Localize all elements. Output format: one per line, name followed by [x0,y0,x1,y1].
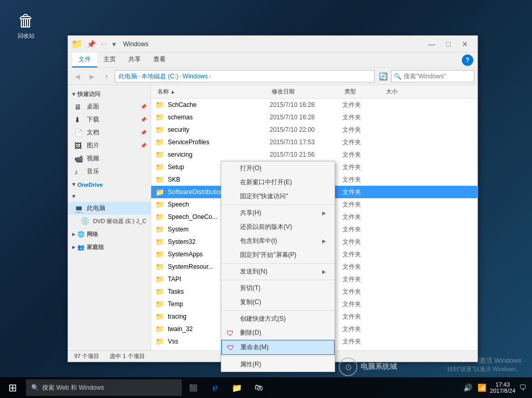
menu-item-label: 固定到"快速访问" [240,192,288,201]
sidebar-section-network[interactable]: ▸ 🌐 网络 [68,227,151,240]
context-menu-item-11[interactable]: 剪切(T) [221,281,335,295]
help-button[interactable]: ? [462,54,473,66]
taskbar-search[interactable]: 🔍 搜索 Web 和 Windows [26,379,182,396]
undo-icon[interactable]: ↩ [99,39,109,49]
folder-icon: 📁 [155,188,165,196]
speaker-icon[interactable]: 🔊 [462,383,474,392]
context-menu-item-4[interactable]: 共享(H)▶ [221,206,335,220]
recycle-bin-icon[interactable]: 🗑 回收站 [10,10,42,40]
col-header-type[interactable]: 类型 [342,88,384,95]
file-type: 文件夹 [342,138,384,147]
document-icon: 📄 [74,129,84,137]
breadcrumb-windows[interactable]: Windows [182,73,208,80]
col-header-date[interactable]: 修改日期 [270,88,342,95]
file-type: 文件夹 [342,163,384,172]
col-header-name[interactable]: 名称 ▲ [155,88,270,95]
context-menu-item-12[interactable]: 复制(C) [221,295,335,309]
network-icon[interactable]: 📶 [476,383,488,392]
table-row[interactable]: 📁 ServiceProfiles 2015/7/10 17:53 文件夹 [151,136,477,148]
sidebar-section-onedrive[interactable]: ▾OneDrive [68,178,151,190]
sidebar-item-desktop[interactable]: 🖥 桌面 📌 [68,100,151,113]
breadcrumb-c[interactable]: 本地磁盘 (C:) [141,72,178,81]
context-menu-rename[interactable]: 🛡 重命名(M) [221,340,335,355]
menu-item-label: 创建快捷方式(S) [240,314,286,323]
sidebar-section-thispc[interactable]: ▾ [68,190,151,202]
breadcrumb-pc[interactable]: 此电脑 [118,72,137,81]
folder-icon: 📁 [155,287,165,296]
file-name: SchCache [168,101,270,108]
context-menu-item-7[interactable]: 固定到"开始"屏幕(P) [221,248,335,262]
dvd-icon: 💿 [81,217,90,225]
context-menu-item-6[interactable]: 包含到库中(I)▶ [221,234,335,248]
sidebar-section-homegroup[interactable]: ▸ 👥 家庭组 [68,240,151,253]
sidebar-item-music[interactable]: ♪ 音乐 [68,165,151,178]
file-type: 文件夹 [342,325,384,334]
col-header-size[interactable]: 大小 [384,88,425,95]
file-date: 2015/7/10 16:28 [270,101,342,108]
menu-item-label: 属性(R) [240,360,261,369]
address-input[interactable]: 此电脑 › 本地磁盘 (C:) › Windows › [115,70,375,83]
tab-file[interactable]: 文件 [72,52,97,67]
ribbon: 文件 主页 共享 查看 ? [68,52,477,68]
rename-label: 重命名(M) [241,343,269,352]
corner-logo: ⊙ 电脑系统城 [339,358,397,376]
pin-icon: 📌 [140,117,147,122]
refresh-button[interactable]: 🔄 [377,70,389,83]
table-row[interactable]: 📁 servicing 2015/7/10 21:56 文件夹 [151,148,477,161]
sidebar-item-videos[interactable]: 📹 视频 [68,152,151,165]
edge-button[interactable]: ℯ [205,377,225,398]
menu-separator [221,356,335,356]
maximize-button[interactable]: □ [440,36,457,52]
close-button[interactable]: ✕ [457,36,473,52]
folder-icon: 📁 [155,337,165,346]
start-button[interactable]: ⊞ [0,377,25,398]
task-view-button[interactable]: ⬛ [183,377,204,398]
store-button[interactable]: 🛍 [248,377,269,398]
tab-view[interactable]: 查看 [147,52,172,67]
sidebar-item-downloads[interactable]: ⬇ 下载 📌 [68,113,151,126]
minimize-button[interactable]: — [423,36,440,52]
folder-icon: 📁 [155,126,165,134]
context-menu-item-18[interactable]: 属性(R) [221,358,335,372]
file-date: 2015/7/10 17:53 [270,139,342,146]
file-type: 文件夹 [342,238,384,246]
menu-item-label: 固定到"开始"屏幕(P) [240,251,297,259]
up-button[interactable]: ↑ [100,70,113,83]
window-controls: — □ ✕ [423,36,473,52]
table-row[interactable]: 📁 schemas 2015/7/10 16:28 文件夹 [151,111,477,123]
file-name: servicing [168,151,270,158]
search-icon: 🔍 [394,73,402,80]
sidebar-item-pictures[interactable]: 🖼 图片 📌 [68,139,151,152]
forward-button[interactable]: ▶ [86,70,98,83]
context-menu-item-9[interactable]: 发送到(N)▶ [221,265,335,279]
context-menu-item-0[interactable]: 打开(O) [221,161,335,175]
sidebar-item-dvd[interactable]: 💿 DVD 驱动器 (E:) J_C [68,215,151,227]
down-arrow-icon[interactable]: ▾ [110,39,118,49]
context-menu-item-1[interactable]: 在新窗口中打开(E) [221,175,335,189]
file-type: 文件夹 [342,150,384,159]
back-button[interactable]: ◀ [71,70,84,83]
folder-icon: 📁 [155,312,165,321]
sidebar-section-quick-access[interactable]: ▾快速访问 [68,87,151,100]
watermark: 激活 Windows 转到"设置"以激活 Windows。 [447,356,522,373]
table-row[interactable]: 📁 security 2015/7/10 22:00 文件夹 [151,123,477,136]
clock[interactable]: 17:43 2017/8/24 [490,381,515,394]
context-menu-item-14[interactable]: 创建快捷方式(S) [221,312,335,326]
context-menu-item-5[interactable]: 还原以前的版本(V) [221,220,335,234]
video-icon: 📹 [74,155,84,163]
menu-item-icon: 🛡 [227,329,234,337]
table-row[interactable]: 📁 SchCache 2015/7/10 16:28 文件夹 [151,99,477,111]
sidebar-item-documents[interactable]: 📄 文档 📌 [68,126,151,139]
sidebar-item-thispc[interactable]: 💻 此电脑 [68,202,151,215]
explorer-button[interactable]: 📁 [227,377,247,398]
title-bar: 📁 📌 ↩ ▾ Windows — □ ✕ [68,36,477,52]
context-menu-item-15[interactable]: 🛡删除(D) [221,326,335,340]
search-box[interactable]: 🔍 [391,70,474,83]
menu-item-label: 剪切(T) [240,284,260,293]
pin-icon[interactable]: 📌 [85,39,98,49]
context-menu-item-2[interactable]: 固定到"快速访问" [221,189,335,203]
tab-home[interactable]: 主页 [97,52,122,67]
search-input[interactable] [404,73,482,80]
tab-share[interactable]: 共享 [122,52,147,67]
notification-icon[interactable]: 🗨 [517,383,528,392]
